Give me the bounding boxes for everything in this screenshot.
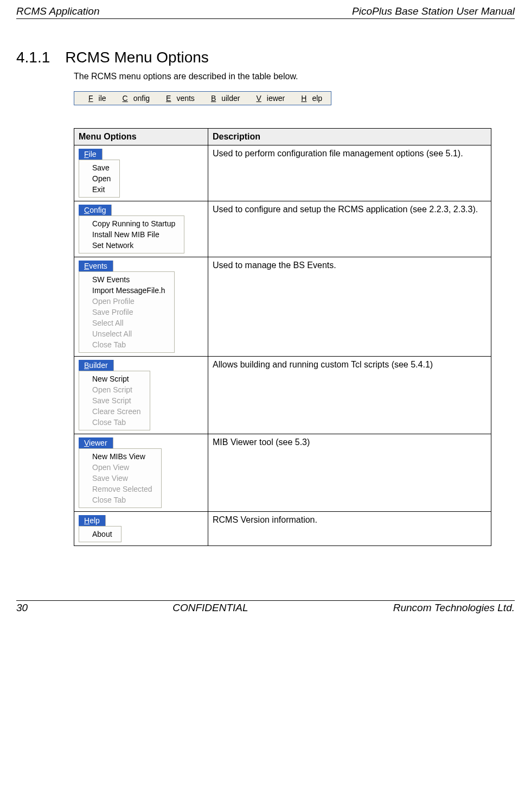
menu-button-help[interactable]: Help: [79, 515, 106, 526]
menu-item: Unselect All: [80, 328, 173, 339]
menu-button-file[interactable]: File: [79, 149, 103, 160]
menu-viewer[interactable]: Viewer: [245, 93, 290, 104]
dropdown-config: Copy Running to StartupInstall New MIB F…: [79, 215, 184, 253]
menu-config[interactable]: Config: [112, 93, 155, 104]
menu-button-viewer[interactable]: Viewer: [79, 437, 113, 449]
menu-item[interactable]: About: [80, 529, 120, 540]
section-number: 4.1.1: [16, 49, 50, 66]
menu-item[interactable]: New MIBs View: [80, 451, 160, 462]
menu-item: Remove Selected: [80, 484, 160, 494]
menu-screenshot-cell: ViewerNew MIBs ViewOpen ViewSave ViewRem…: [74, 434, 208, 512]
table-row: HelpAboutRCMS Version information.: [74, 512, 491, 546]
dropdown-file: SaveOpenExit: [79, 160, 120, 198]
table-row: FileSaveOpenExitUsed to perform configur…: [74, 145, 491, 201]
description-cell: Used to manage the BS Events.: [208, 257, 491, 357]
menu-item: Save Profile: [80, 307, 173, 318]
footer-page-number: 30: [16, 602, 28, 614]
menu-builder[interactable]: Builder: [200, 93, 246, 104]
menu-item[interactable]: Import MessageFile.h: [80, 285, 173, 296]
menu-events[interactable]: Events: [155, 93, 200, 104]
section-title: RCMS Menu Options: [65, 49, 209, 66]
page-footer: 30 CONFIDENTIAL Runcom Technologies Ltd.: [16, 600, 515, 614]
menu-item: Select All: [80, 318, 173, 328]
menu-file[interactable]: File: [78, 93, 112, 104]
menu-item[interactable]: New Script: [80, 373, 149, 384]
menu-item: Close Tab: [80, 339, 173, 350]
table-row: BuilderNew ScriptOpen ScriptSave ScriptC…: [74, 357, 491, 434]
table-row: ConfigCopy Running to StartupInstall New…: [74, 201, 491, 257]
menu-item[interactable]: Open: [80, 173, 118, 184]
description-cell: Allows building and running custom Tcl s…: [208, 357, 491, 434]
menu-help[interactable]: Help: [290, 93, 328, 104]
menu-item[interactable]: Exit: [80, 184, 118, 195]
page-header: RCMS Application PicoPlus Base Station U…: [16, 5, 515, 19]
menu-item: Save View: [80, 473, 160, 484]
menu-item[interactable]: Save: [80, 162, 118, 173]
table-row: ViewerNew MIBs ViewOpen ViewSave ViewRem…: [74, 434, 491, 512]
menu-item[interactable]: Set Network: [80, 240, 183, 251]
header-left: RCMS Application: [16, 5, 99, 17]
menu-screenshot-cell: FileSaveOpenExit: [74, 145, 208, 201]
menu-item: Cleare Screen: [80, 406, 149, 417]
dropdown-viewer: New MIBs ViewOpen ViewSave ViewRemove Se…: [79, 448, 162, 508]
menu-item[interactable]: Copy Running to Startup: [80, 218, 183, 229]
menu-button-events[interactable]: Events: [79, 261, 113, 272]
menu-item: Save Script: [80, 395, 149, 406]
menu-item: Close Tab: [80, 494, 160, 505]
dropdown-events: SW EventsImport MessageFile.hOpen Profil…: [79, 271, 175, 353]
intro-text: The RCMS menu options are described in t…: [74, 72, 515, 81]
menu-screenshot-cell: BuilderNew ScriptOpen ScriptSave ScriptC…: [74, 357, 208, 434]
description-cell: MIB Viewer tool (see 5.3): [208, 434, 491, 512]
table-row: EventsSW EventsImport MessageFile.hOpen …: [74, 257, 491, 357]
menu-item: Close Tab: [80, 417, 149, 428]
menu-options-table: Menu Options Description FileSaveOpenExi…: [74, 128, 491, 546]
dropdown-help: About: [79, 526, 121, 542]
menu-item[interactable]: SW Events: [80, 274, 173, 285]
col-menu-options: Menu Options: [74, 129, 208, 145]
menu-item[interactable]: Install New MIB File: [80, 229, 183, 240]
section-heading: 4.1.1 RCMS Menu Options: [16, 49, 515, 66]
col-description: Description: [208, 129, 491, 145]
footer-center: CONFIDENTIAL: [172, 602, 248, 614]
description-cell: Used to configure and setup the RCMS app…: [208, 201, 491, 257]
menu-item: Open Profile: [80, 296, 173, 307]
menu-item: Open View: [80, 462, 160, 473]
description-cell: RCMS Version information.: [208, 512, 491, 546]
menu-button-builder[interactable]: Builder: [79, 360, 114, 371]
menu-button-config[interactable]: Config: [79, 205, 112, 216]
footer-right: Runcom Technologies Ltd.: [393, 602, 515, 614]
menu-item: Open Script: [80, 384, 149, 395]
menubar-screenshot: FileConfigEventsBuilderViewerHelp: [74, 91, 515, 105]
page: RCMS Application PicoPlus Base Station U…: [0, 0, 531, 625]
header-right: PicoPlus Base Station User Manual: [352, 5, 515, 17]
menu-screenshot-cell: HelpAbout: [74, 512, 208, 546]
menu-screenshot-cell: ConfigCopy Running to StartupInstall New…: [74, 201, 208, 257]
dropdown-builder: New ScriptOpen ScriptSave ScriptCleare S…: [79, 371, 150, 430]
description-cell: Used to perform configuration file manag…: [208, 145, 491, 201]
menu-screenshot-cell: EventsSW EventsImport MessageFile.hOpen …: [74, 257, 208, 357]
